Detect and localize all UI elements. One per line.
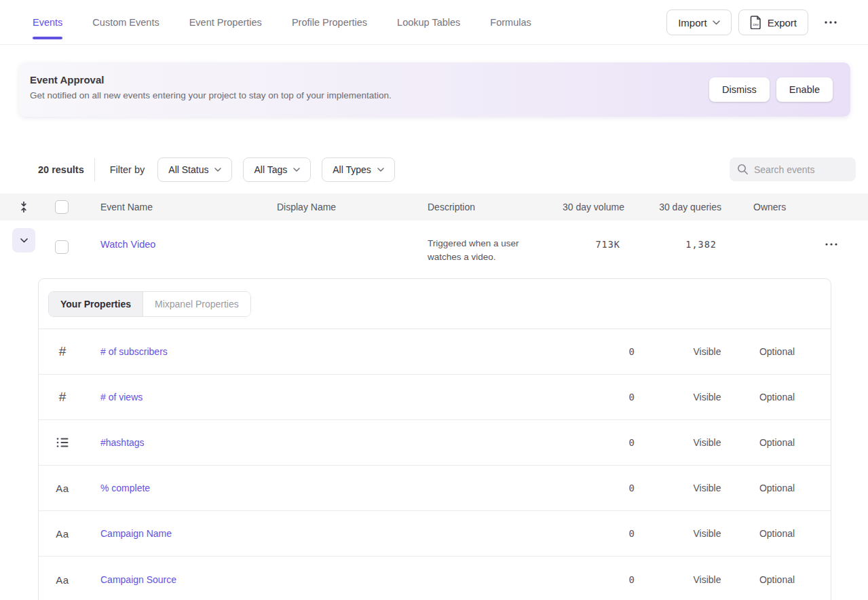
- tab-mixpanel-properties[interactable]: Mixpanel Properties: [143, 292, 250, 316]
- search-icon: [737, 164, 749, 175]
- property-row: #hashtags 0 Visible Optional: [39, 420, 831, 466]
- divider: [94, 158, 95, 181]
- property-row: Aa % complete 0 Visible Optional: [39, 466, 831, 511]
- header-event-name: Event Name: [100, 202, 153, 212]
- property-requirement: Optional: [743, 392, 811, 402]
- tab-your-properties[interactable]: Your Properties: [49, 292, 143, 316]
- text-type-icon: Aa: [51, 574, 74, 585]
- text-type-icon: Aa: [51, 528, 74, 540]
- properties-tabs: Your Properties Mixpanel Properties: [39, 279, 831, 329]
- svg-text:csv: csv: [753, 22, 759, 26]
- hash-icon: #: [51, 344, 74, 359]
- chevron-down-icon: [214, 168, 221, 172]
- property-visibility: Visible: [673, 346, 741, 357]
- text-type-icon: Aa: [51, 483, 74, 494]
- nav-actions: Import csv Export: [666, 0, 842, 45]
- enable-button[interactable]: Enable: [776, 77, 833, 102]
- property-count: 0: [582, 574, 635, 585]
- row-expander-button[interactable]: [12, 228, 35, 252]
- import-button-label: Import: [678, 17, 707, 29]
- property-visibility: Visible: [673, 483, 741, 493]
- top-navigation: Events Custom Events Event Properties Pr…: [0, 0, 868, 45]
- status-filter-value: All Status: [168, 164, 208, 175]
- property-requirement: Optional: [743, 346, 811, 357]
- property-requirement: Optional: [743, 437, 811, 448]
- results-count: 20 results: [38, 164, 84, 175]
- property-requirement: Optional: [743, 574, 811, 585]
- csv-file-icon: csv: [750, 16, 762, 29]
- status-filter-dropdown[interactable]: All Status: [157, 157, 232, 182]
- tab-event-properties[interactable]: Event Properties: [189, 0, 262, 45]
- row-select-checkbox[interactable]: [55, 240, 69, 254]
- property-row: # # of subscribers 0 Visible Optional: [39, 329, 831, 375]
- chevron-down-icon: [713, 20, 720, 25]
- property-name-link[interactable]: #hashtags: [100, 437, 145, 448]
- property-name-link[interactable]: Campaign Name: [100, 528, 172, 539]
- tab-custom-events[interactable]: Custom Events: [92, 0, 159, 45]
- tab-formulas[interactable]: Formulas: [490, 0, 531, 45]
- property-name-link[interactable]: % complete: [100, 483, 150, 493]
- property-name-link[interactable]: # of subscribers: [100, 346, 168, 357]
- event-30-day-queries: 1,382: [626, 239, 717, 250]
- filter-bar: 20 results Filter by All Status All Tags…: [38, 157, 406, 182]
- property-requirement: Optional: [743, 483, 811, 493]
- event-approval-banner: Event Approval Get notified on all new e…: [19, 62, 850, 117]
- tab-lookup-tables[interactable]: Lookup Tables: [397, 0, 460, 45]
- property-visibility: Visible: [673, 392, 741, 402]
- event-30-day-volume: 713K: [529, 239, 620, 250]
- select-all-checkbox[interactable]: [55, 200, 69, 214]
- types-filter-value: All Types: [333, 164, 371, 175]
- property-count: 0: [582, 528, 635, 539]
- property-count: 0: [582, 483, 635, 493]
- property-row: Aa Campaign Name 0 Visible Optional: [39, 511, 831, 557]
- property-visibility: Visible: [673, 574, 741, 585]
- list-icon: [51, 437, 74, 448]
- overflow-menu-icon[interactable]: [819, 17, 842, 28]
- property-count: 0: [582, 346, 635, 357]
- tags-filter-dropdown[interactable]: All Tags: [243, 157, 311, 182]
- properties-segmented-control: Your Properties Mixpanel Properties: [48, 291, 251, 317]
- search-events-box: [730, 157, 856, 181]
- search-input[interactable]: [754, 164, 849, 175]
- tab-profile-properties[interactable]: Profile Properties: [292, 0, 367, 45]
- property-name-link[interactable]: # of views: [100, 392, 143, 402]
- export-button[interactable]: csv Export: [738, 10, 808, 35]
- property-count: 0: [582, 392, 635, 402]
- header-30-day-volume: 30 day volume: [529, 202, 624, 212]
- export-button-label: Export: [768, 17, 797, 29]
- header-30-day-queries: 30 day queries: [626, 202, 721, 212]
- event-row-watch-video: Watch Video Triggered when a user watche…: [0, 221, 868, 279]
- header-description: Description: [428, 202, 475, 212]
- import-button[interactable]: Import: [666, 10, 732, 35]
- filter-by-label: Filter by: [110, 164, 145, 175]
- header-display-name: Display Name: [277, 202, 336, 212]
- types-filter-dropdown[interactable]: All Types: [322, 157, 395, 182]
- event-description: Triggered when a user watches a video.: [428, 237, 537, 264]
- chevron-down-icon: [20, 238, 28, 243]
- tags-filter-value: All Tags: [254, 164, 287, 175]
- collapse-vertical-arrows-icon[interactable]: [18, 201, 29, 213]
- chevron-down-icon: [377, 168, 384, 172]
- banner-actions: Dismiss Enable: [709, 77, 833, 102]
- property-visibility: Visible: [673, 437, 741, 448]
- property-visibility: Visible: [673, 528, 741, 539]
- property-name-link[interactable]: Campaign Source: [100, 574, 176, 585]
- event-name-link[interactable]: Watch Video: [100, 239, 155, 250]
- chevron-down-icon: [293, 168, 300, 172]
- header-owners: Owners: [753, 202, 786, 212]
- properties-panel: Your Properties Mixpanel Properties # # …: [38, 278, 831, 600]
- property-row: Aa Campaign Source 0 Visible Optional: [39, 557, 831, 600]
- events-table-header: Event Name Display Name Description 30 d…: [0, 193, 868, 221]
- dismiss-button[interactable]: Dismiss: [709, 77, 770, 102]
- tab-events[interactable]: Events: [33, 0, 62, 45]
- property-count: 0: [582, 437, 635, 448]
- row-overflow-menu-icon[interactable]: [825, 243, 837, 246]
- property-requirement: Optional: [743, 528, 811, 539]
- hash-icon: #: [51, 390, 74, 405]
- property-row: # # of views 0 Visible Optional: [39, 375, 831, 420]
